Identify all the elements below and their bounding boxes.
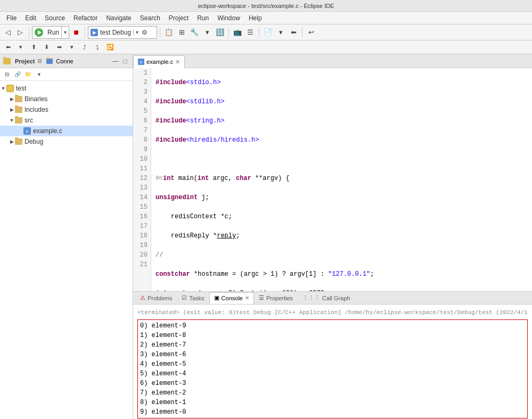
editor-tab-examplec[interactable]: c example.c ✕	[133, 55, 185, 68]
code-editor[interactable]: 12345 678910 1112131415 1617181920 21 #i…	[133, 68, 532, 291]
nav-btn2[interactable]: ▾	[15, 42, 27, 53]
expand-includes[interactable]: ▶	[9, 106, 15, 113]
console-header: <terminated> (exit value: 0)test Debug […	[137, 307, 528, 318]
run-dropdown-arrow[interactable]: ▾	[61, 27, 67, 38]
project-panel-title: Project	[15, 58, 35, 64]
minimize-panel-btn[interactable]: —	[111, 57, 120, 65]
menu-file[interactable]: File	[2, 13, 21, 23]
bottom-panel: ⚠ Problems ☑ Tasks ▣ Console ✕ ☰ Prope	[133, 291, 532, 419]
tree-item-binaries[interactable]: ▶ Binaries	[0, 94, 133, 104]
tree-label-debug: Debug	[24, 138, 43, 145]
open-task-btn[interactable]: 📋	[163, 27, 175, 38]
console-close-btn[interactable]: ✕	[245, 295, 249, 301]
nav-btn5[interactable]: ➡	[53, 42, 65, 53]
menu-refactor[interactable]: Refactor	[69, 13, 102, 23]
debug-label: test Debug	[100, 29, 131, 36]
code-content[interactable]: #include <stdio.h> #include <stdlib.h> #…	[151, 68, 532, 291]
nav-btn6[interactable]: ▾	[66, 42, 78, 53]
expand-binaries[interactable]: ▶	[9, 96, 15, 102]
run-button[interactable]: Run ▾	[32, 26, 69, 39]
window-title: eclipse-workspace - test/src/example.c -…	[198, 3, 334, 9]
tree-label-binaries: Binaries	[24, 95, 47, 103]
menu-run[interactable]: Run	[193, 13, 213, 23]
secondary-toolbar: ⬅ ▾ ⬆ ⬇ ➡ ▾ ⤴ ⤵ 🔁	[0, 40, 532, 54]
project-tree: ▼ test ▶ Binaries ▶ Includes ▼	[0, 81, 133, 419]
forward-btn[interactable]: ▷	[14, 27, 26, 38]
menu-search[interactable]: Search	[136, 13, 165, 23]
panel-menu-btn[interactable]: ▾	[34, 70, 44, 79]
nav-btn7[interactable]: ⤴	[79, 42, 91, 53]
expand-test[interactable]: ▼	[0, 85, 6, 92]
expand-src[interactable]: ▼	[9, 117, 15, 124]
debug-arrow[interactable]: ▾	[133, 29, 138, 35]
sep4	[228, 27, 229, 38]
folder-icon-src	[15, 117, 22, 124]
tab-callgraph[interactable]: ⋮⋮⋮ Call Graph	[298, 292, 355, 304]
toolbar-btn12[interactable]: ↩	[305, 27, 317, 38]
tab-problems[interactable]: ⚠ Problems	[135, 292, 177, 304]
tree-item-examplec[interactable]: ▶ c example.c	[0, 126, 133, 136]
panel-header: Project ⊠ Conne — □	[0, 54, 133, 68]
console-output-box: 0) element-9 1) element-8 2) element-7 3…	[137, 319, 528, 418]
tab-tasks[interactable]: ☑ Tasks	[177, 292, 209, 304]
tab-properties[interactable]: ☰ Properties	[254, 292, 298, 304]
collapse-all-btn[interactable]: ⊟	[2, 70, 12, 79]
back-btn[interactable]: ◁	[2, 27, 14, 38]
maximize-panel-btn[interactable]: □	[121, 57, 129, 65]
stop-btn[interactable]: ■	[70, 27, 82, 38]
tab-c-icon: c	[138, 59, 144, 65]
tab-tasks-label: Tasks	[189, 295, 204, 301]
nav-btn1[interactable]: ⬅	[2, 42, 14, 53]
tree-label-src: src	[24, 117, 33, 124]
nav-btn9[interactable]: 🔁	[104, 42, 116, 53]
toolbar-btn6[interactable]: 🔢	[214, 27, 226, 38]
toolbar-btn10[interactable]: ▾	[275, 27, 287, 38]
console-icon: ▣	[214, 294, 219, 301]
sep1	[29, 27, 29, 38]
menu-help[interactable]: Help	[244, 13, 266, 23]
toolbar-btn8[interactable]: ☰	[244, 27, 256, 38]
toolbar-btn4[interactable]: 🔧	[189, 27, 200, 38]
nav-btn3[interactable]: ⬆	[28, 42, 39, 53]
main-toolbar: ◁ ▷ Run ▾ ■ ▶ test Debug ▾ ⚙ 📋 ⊞ 🔧 ▾ 🔢 📺…	[0, 24, 532, 40]
connector-icon	[46, 59, 53, 64]
menu-edit[interactable]: Edit	[21, 13, 40, 23]
debug-settings-btn[interactable]: ⚙	[138, 27, 150, 38]
menu-project[interactable]: Project	[165, 13, 193, 23]
toolbar-btn7[interactable]: 📺	[232, 27, 243, 38]
debug-dropdown[interactable]: ▶ test Debug ▾ ⚙	[88, 26, 157, 39]
toolbar-btn5[interactable]: ▾	[201, 27, 213, 38]
menu-window[interactable]: Window	[213, 13, 244, 23]
link-with-editor-btn[interactable]: 🔗	[13, 70, 22, 79]
tab-console-label: Console	[222, 295, 243, 301]
sep3	[160, 27, 160, 38]
tree-label-examplec: example.c	[33, 127, 62, 135]
menu-navigate[interactable]: Navigate	[102, 13, 135, 23]
expand-debug[interactable]: ▶	[9, 138, 15, 145]
props-icon: ☰	[259, 294, 264, 301]
editor-tabs: c example.c ✕	[133, 54, 532, 68]
folder-icon-debug	[15, 138, 22, 145]
run-icon	[35, 28, 43, 37]
callgraph-icon: ⋮⋮⋮	[302, 294, 320, 301]
new-project-btn[interactable]: 📁	[23, 70, 33, 79]
tab-callgraph-label: Call Graph	[322, 295, 350, 301]
bottom-tabs: ⚠ Problems ☑ Tasks ▣ Console ✕ ☰ Prope	[133, 292, 532, 305]
project-icon-test	[6, 85, 14, 92]
tab-close-btn[interactable]: ✕	[175, 59, 180, 65]
nav-btn4[interactable]: ⬇	[40, 42, 52, 53]
toolbar-btn3[interactable]: ⊞	[176, 27, 187, 38]
tree-item-src[interactable]: ▼ src	[0, 115, 133, 126]
console-line-3: 3) element-6	[140, 350, 525, 359]
tree-item-debug[interactable]: ▶ Debug	[0, 136, 133, 147]
menu-source[interactable]: Source	[40, 13, 69, 23]
tab-console[interactable]: ▣ Console ✕	[209, 292, 254, 304]
tree-item-includes[interactable]: ▶ Includes	[0, 104, 133, 115]
nav-btn8[interactable]: ⤵	[92, 42, 103, 53]
console-line-7: 7) element-2	[140, 388, 525, 398]
toolbar-btn11[interactable]: ⬅	[288, 27, 299, 38]
console-line-2: 2) element-7	[140, 340, 525, 350]
toolbar-btn9[interactable]: 📄	[262, 27, 274, 38]
panel-toolbar: ⊟ 🔗 📁 ▾	[0, 68, 133, 81]
tree-item-test[interactable]: ▼ test	[0, 83, 133, 94]
